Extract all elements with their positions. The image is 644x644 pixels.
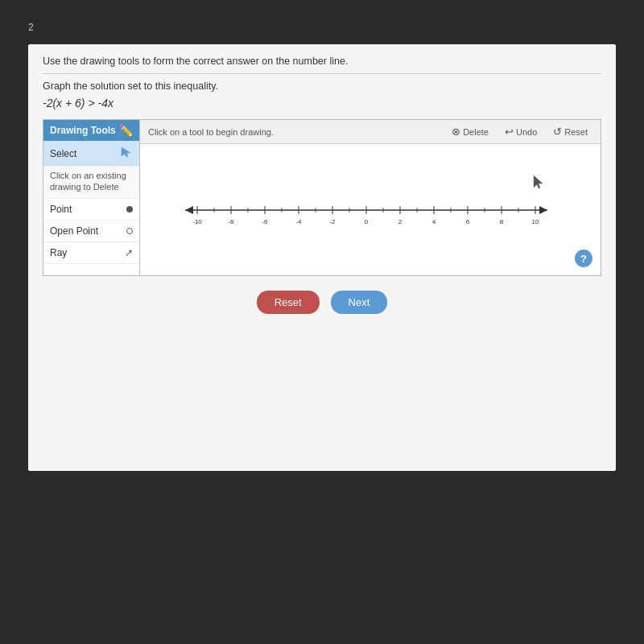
svg-text:4: 4 [432,218,436,225]
tool-select[interactable]: Select [43,141,139,167]
ray-icon: ↗ [125,247,133,258]
svg-marker-36 [534,175,543,188]
svg-text:6: 6 [466,218,470,225]
svg-marker-0 [122,147,130,157]
reset-button[interactable]: Reset [257,291,320,314]
tool-open-point-label: Open Point [50,225,98,237]
tool-select-label: Select [50,148,76,159]
delete-button[interactable]: ⊗ Delete [447,124,493,139]
main-panel: Click on a tool to begin drawing. ⊗ Dele… [140,120,601,275]
dot-filled-icon [126,204,133,215]
drawing-area: Drawing Tools ✏️ Select Click on an exis… [43,119,601,276]
page-number: 2 [28,22,34,33]
svg-text:8: 8 [500,218,504,225]
delete-hint-text: Click on an existing drawing to Delete [50,171,126,192]
svg-text:2: 2 [398,218,402,225]
tool-point-label: Point [50,204,72,215]
svg-text:0: 0 [365,218,369,225]
svg-text:-8: -8 [228,218,234,225]
number-line-svg: -10 -8 -6 [144,190,588,230]
toolbar-row: Click on a tool to begin drawing. ⊗ Dele… [140,120,601,144]
number-line-area[interactable]: -10 -8 -6 [140,144,601,275]
tools-header: Drawing Tools ✏️ [43,120,139,141]
svg-text:10: 10 [532,218,539,225]
reset-toolbar-label: Reset [564,127,588,137]
delete-label: Delete [463,127,489,137]
svg-text:-4: -4 [295,218,302,225]
svg-text:-10: -10 [192,218,202,225]
undo-icon: ↩ [505,126,514,138]
inequality-expression: -2(x + 6) > -4x [43,97,601,109]
svg-text:-6: -6 [262,218,268,225]
tools-panel: Drawing Tools ✏️ Select Click on an exis… [43,120,140,275]
cursor-indicator [531,175,544,192]
toolbar-hint: Click on a tool to begin drawing. [148,127,440,137]
delete-icon: ⊗ [452,126,460,138]
dot-open-icon [126,225,133,237]
instructions-text: Use the drawing tools to form the correc… [43,56,601,74]
next-button[interactable]: Next [331,291,388,314]
tool-open-point[interactable]: Open Point [43,221,139,242]
delete-hint: Click on an existing drawing to Delete [43,167,139,199]
tools-header-icon[interactable]: ✏️ [119,124,133,137]
help-icon: ? [580,253,587,265]
graph-label: Graph the solution set to this inequalit… [43,80,601,92]
help-button[interactable]: ? [575,250,592,267]
reset-icon: ↺ [553,126,562,138]
action-row: Reset Next [43,291,601,314]
undo-button[interactable]: ↩ Undo [500,124,542,139]
reset-toolbar-button[interactable]: ↺ Reset [548,124,592,139]
cursor-icon [120,146,133,161]
undo-label: Undo [516,127,537,137]
tool-point[interactable]: Point [43,199,139,221]
svg-text:-2: -2 [329,218,336,225]
tool-ray-label: Ray [50,247,67,258]
tool-ray[interactable]: Ray ↗ [43,242,139,264]
tools-header-label: Drawing Tools [50,125,116,136]
